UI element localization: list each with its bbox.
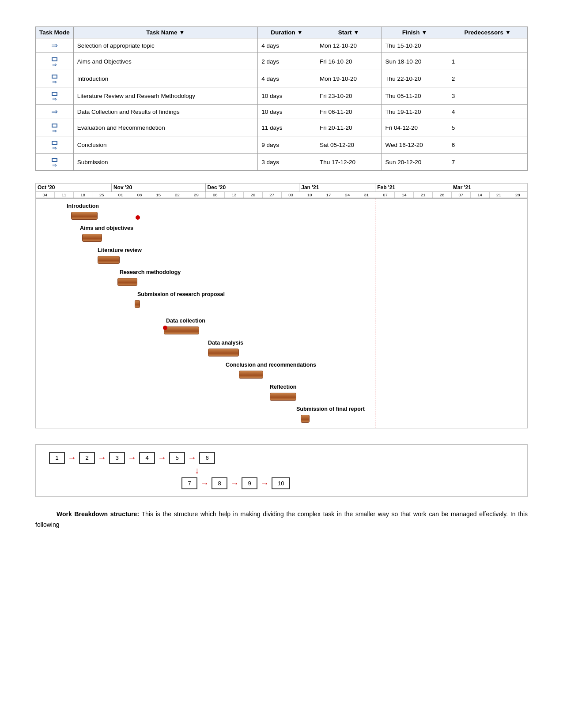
task-pred: [448, 38, 527, 53]
day-cell: 25: [92, 192, 111, 198]
day-cell: 18: [74, 192, 93, 198]
task-pred: 5: [448, 119, 527, 136]
table-row: ⇒Evaluation and Recommendetion11 daysFri…: [36, 119, 528, 136]
day-cell: 06: [206, 192, 225, 198]
day-cell: 11: [55, 192, 74, 198]
gantt-months-row: Oct '20Nov '20Dec '20Jan '21Feb '21Mar '…: [36, 184, 527, 192]
task-start: Fri 20-11-20: [316, 119, 381, 136]
day-cell: 15: [149, 192, 168, 198]
task-name: Data Collection and Results of findings: [73, 105, 257, 119]
gantt-label: Introduction: [67, 203, 99, 209]
gantt-bar: [164, 326, 199, 334]
flow-box: 3: [109, 452, 125, 464]
gantt-label: Submission of final report: [296, 406, 365, 412]
gantt-table: Task Mode Task Name ▼ Duration ▼ Start ▼…: [35, 26, 528, 171]
task-duration: 4 days: [258, 70, 316, 87]
day-cell: 22: [168, 192, 187, 198]
task-name: Conclusion: [73, 136, 257, 154]
task-name: Submission: [73, 154, 257, 171]
month-cell: Oct '20: [36, 184, 112, 191]
month-cell: Dec '20: [206, 184, 300, 191]
day-cell: 20: [244, 192, 263, 198]
task-finish: Fri 04-12-20: [382, 119, 448, 136]
task-start: Sat 05-12-20: [316, 136, 381, 154]
task-duration: 11 days: [258, 119, 316, 136]
task-mode-icon: ⇒: [36, 154, 74, 171]
task-mode-icon: ⇒: [36, 38, 74, 53]
table-row: ⇒Data Collection and Results of findings…: [36, 105, 528, 119]
day-cell: 13: [225, 192, 244, 198]
task-name: Literature Review and Researh Methodolog…: [73, 87, 257, 105]
month-cell: Jan '21: [299, 184, 375, 191]
task-mode-icon: ⇒: [36, 105, 74, 119]
task-mode-icon: ⇒: [36, 70, 74, 87]
task-pred: 3: [448, 87, 527, 105]
task-start: Mon 19-10-20: [316, 70, 381, 87]
flow-row-1: 1→2→3→4→5→6: [49, 452, 215, 464]
flow-right-arrow: →: [200, 478, 209, 488]
task-duration: 4 days: [258, 38, 316, 53]
col-header-start: Start ▼: [316, 27, 381, 38]
day-cell: 31: [357, 192, 376, 198]
col-header-finish: Finish ▼: [382, 27, 448, 38]
day-cell: 07: [376, 192, 395, 198]
task-pred: 4: [448, 105, 527, 119]
day-cell: 10: [300, 192, 319, 198]
task-pred: 6: [448, 136, 527, 154]
task-duration: 10 days: [258, 105, 316, 119]
task-duration: 2 days: [258, 53, 316, 70]
flow-box: 5: [169, 452, 185, 464]
task-start: Mon 12-10-20: [316, 38, 381, 53]
gantt-body: IntroductionAims and objectivesLiteratur…: [36, 199, 527, 428]
task-start: Fri 16-10-20: [316, 53, 381, 70]
flow-right-arrow: →: [98, 453, 106, 463]
body-text: Work Breakdown structure: This is the st…: [35, 509, 528, 530]
gantt-label: Reflection: [270, 384, 296, 390]
gantt-label: Research methodology: [120, 269, 181, 275]
col-header-task-mode: Task Mode: [36, 27, 74, 38]
day-cell: 28: [433, 192, 452, 198]
flow-right-arrow: →: [128, 453, 136, 463]
month-cell: Nov '20: [112, 184, 206, 191]
month-cell: Feb '21: [375, 184, 451, 191]
day-cell: 04: [36, 192, 55, 198]
task-name: Evaluation and Recommendetion: [73, 119, 257, 136]
day-cell: 17: [319, 192, 338, 198]
task-mode-icon: ⇒: [36, 136, 74, 154]
table-row: ⇒Selection of appropriate topic4 daysMon…: [36, 38, 528, 53]
task-name: Introduction: [73, 70, 257, 87]
table-row: ⇒Aims and Objectives2 daysFri 16-10-20Su…: [36, 53, 528, 70]
task-mode-icon: ⇒: [36, 87, 74, 105]
day-cell: 21: [490, 192, 509, 198]
flow-diagram: 1→2→3→4→5→6 ↓ 7→8→9→10: [35, 444, 528, 497]
flow-right-arrow: →: [158, 453, 166, 463]
col-header-task-name: Task Name ▼: [73, 27, 257, 38]
gantt-label: Data collection: [166, 318, 205, 324]
flow-right-arrow: →: [260, 478, 269, 488]
gantt-label: Literature review: [98, 247, 142, 253]
table-row: ⇒Introduction4 daysMon 19-10-20Thu 22-10…: [36, 70, 528, 87]
month-cell: Mar '21: [451, 184, 527, 191]
task-duration: 3 days: [258, 154, 316, 171]
day-cell: 24: [338, 192, 357, 198]
col-header-duration: Duration ▼: [258, 27, 316, 38]
flow-box: 9: [242, 477, 257, 489]
day-cell: 01: [111, 192, 130, 198]
gantt-label: Aims and objectives: [80, 225, 133, 231]
flow-box: 10: [272, 477, 290, 489]
gantt-bar: [117, 278, 137, 286]
gantt-milestone: [163, 326, 167, 330]
table-row: ⇒Conclusion9 daysSat 05-12-20Wed 16-12-2…: [36, 136, 528, 154]
task-start: Fri 23-10-20: [316, 87, 381, 105]
task-finish: Sun 20-12-20: [382, 154, 448, 171]
flow-right-arrow: →: [68, 453, 76, 463]
day-cell: 27: [263, 192, 282, 198]
gantt-bar: [71, 212, 98, 220]
flow-down-arrow: ↓: [195, 465, 199, 476]
gantt-bar: [98, 256, 120, 264]
task-duration: 9 days: [258, 136, 316, 154]
flow-row-2: 7→8→9→10: [181, 477, 290, 489]
task-start: Fri 06-11-20: [316, 105, 381, 119]
gantt-label: Submission of research proposal: [137, 291, 225, 297]
task-pred: 2: [448, 70, 527, 87]
